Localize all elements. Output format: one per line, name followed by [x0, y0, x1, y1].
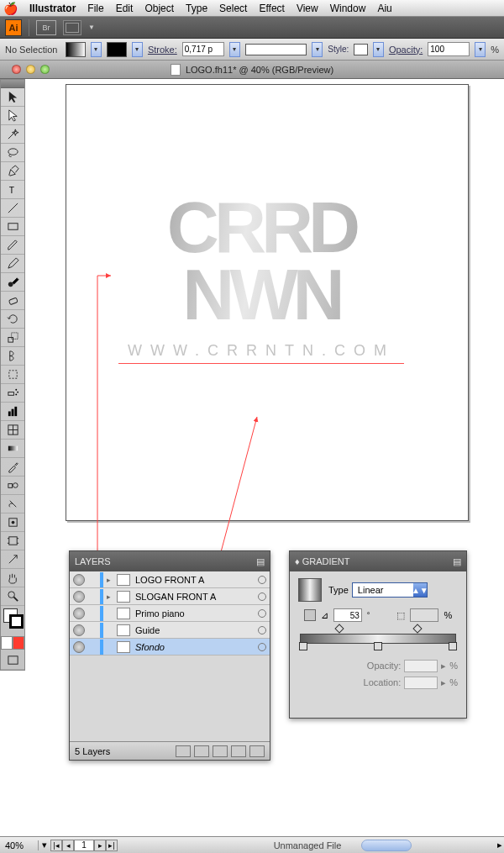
line-tool[interactable]	[1, 199, 24, 218]
stroke-dropdown[interactable]: ▾	[132, 42, 143, 57]
gradient-preview[interactable]	[298, 578, 322, 602]
free-transform-tool[interactable]	[1, 366, 24, 384]
column-graph-tool[interactable]	[1, 403, 24, 421]
live-paint-tool[interactable]	[1, 495, 24, 513]
visibility-toggle-icon[interactable]	[73, 624, 85, 636]
menu-object[interactable]: Object	[144, 3, 174, 14]
gradient-location-input[interactable]	[404, 677, 438, 689]
type-tool[interactable]: T	[1, 181, 24, 199]
stroke-weight-dropdown[interactable]: ▾	[229, 42, 240, 57]
expand-icon[interactable]: ▸	[107, 576, 113, 584]
lasso-tool[interactable]	[1, 144, 24, 162]
pencil-tool[interactable]	[1, 255, 24, 273]
menu-file[interactable]: File	[87, 3, 103, 14]
expand-icon[interactable]: ▸	[107, 592, 113, 601]
gradient-type-dropdown[interactable]: Linear ▲▼	[352, 582, 428, 598]
eraser-tool[interactable]	[1, 292, 24, 310]
eyedropper-tool[interactable]	[1, 458, 24, 477]
gradient-midpoint[interactable]	[334, 624, 344, 633]
apple-menu[interactable]: 🍎	[3, 3, 18, 14]
layer-name[interactable]: SLOGAN FRONT A	[134, 592, 255, 602]
layer-name[interactable]: Primo piano	[134, 608, 255, 619]
aspect-ratio-input[interactable]	[410, 608, 438, 622]
last-artboard-button[interactable]: ▸|	[106, 840, 118, 851]
menu-view[interactable]: View	[297, 3, 318, 14]
visibility-toggle-icon[interactable]	[73, 641, 85, 653]
brush-dropdown[interactable]: ▾	[312, 42, 323, 57]
selection-tool[interactable]	[1, 88, 24, 107]
menu-aiu[interactable]: Aiu	[377, 3, 391, 14]
blend-tool[interactable]	[1, 477, 24, 495]
new-layer-button[interactable]	[231, 745, 246, 757]
menu-effect[interactable]: Effect	[259, 3, 284, 14]
horizontal-scrollbar[interactable]	[361, 840, 412, 851]
layers-panel-header[interactable]: LAYERS ▤	[70, 551, 270, 571]
zoom-level[interactable]: 40%	[2, 840, 39, 850]
target-icon[interactable]	[258, 576, 266, 584]
gradient-panel-header[interactable]: ♦ GRADIENT ▤	[290, 551, 466, 571]
fill-dropdown[interactable]: ▾	[91, 42, 102, 57]
artboard-number-input[interactable]	[74, 840, 94, 851]
stroke-swatch[interactable]	[107, 42, 127, 57]
direct-selection-tool[interactable]	[1, 107, 24, 125]
stroke-weight-input[interactable]	[182, 42, 224, 56]
style-swatch[interactable]	[354, 44, 368, 55]
layer-name[interactable]: LOGO FRONT A	[134, 575, 255, 585]
style-dropdown[interactable]: ▾	[373, 42, 384, 57]
menu-select[interactable]: Select	[219, 3, 247, 14]
color-mode-gradient[interactable]	[13, 636, 24, 650]
visibility-toggle-icon[interactable]	[73, 591, 85, 603]
fill-swatch[interactable]	[66, 42, 86, 57]
zoom-tool[interactable]	[1, 587, 24, 606]
layer-name[interactable]: Sfondo	[134, 642, 255, 652]
opacity-dropdown[interactable]: ▾	[475, 42, 486, 57]
layer-row[interactable]: ▸ LOGO FRONT A	[70, 571, 270, 588]
slice-tool[interactable]	[1, 550, 24, 569]
gradient-stop[interactable]	[449, 642, 457, 650]
gradient-opacity-input[interactable]	[404, 660, 438, 672]
visibility-toggle-icon[interactable]	[73, 574, 85, 586]
blob-brush-tool[interactable]	[1, 273, 24, 292]
bridge-icon[interactable]: Br	[36, 20, 56, 35]
layer-row[interactable]: Sfondo	[70, 639, 270, 656]
illustrator-icon[interactable]: Ai	[5, 19, 22, 36]
gradient-tool[interactable]	[1, 440, 24, 458]
next-artboard-button[interactable]: ▸	[94, 840, 106, 851]
target-icon[interactable]	[258, 609, 266, 618]
first-artboard-button[interactable]: |◂	[50, 840, 62, 851]
stroke-box[interactable]	[9, 614, 24, 629]
gradient-ramp[interactable]	[300, 625, 456, 650]
color-mode-normal[interactable]	[1, 636, 13, 650]
gradient-stop[interactable]	[299, 642, 307, 650]
hand-tool[interactable]	[1, 569, 24, 587]
minimize-window-button[interactable]	[26, 65, 35, 74]
opacity-input[interactable]	[428, 42, 470, 56]
screen-mode-button[interactable]	[1, 651, 24, 670]
layer-name[interactable]: Guide	[134, 625, 255, 635]
visibility-toggle-icon[interactable]	[73, 608, 85, 619]
menu-type[interactable]: Type	[186, 3, 207, 14]
rectangle-tool[interactable]	[1, 218, 24, 236]
panel-menu-icon[interactable]: ▤	[256, 556, 265, 567]
create-sublayer-button[interactable]	[213, 745, 228, 757]
brush-swatch[interactable]	[245, 44, 307, 55]
target-icon[interactable]	[258, 626, 266, 634]
panel-grip[interactable]	[1, 80, 24, 88]
scale-tool[interactable]	[1, 329, 24, 347]
gradient-stop[interactable]	[374, 642, 382, 650]
target-icon[interactable]	[258, 643, 266, 651]
mesh-tool[interactable]	[1, 421, 24, 440]
layer-row[interactable]: Primo piano	[70, 605, 270, 622]
arrange-documents-icon[interactable]	[63, 20, 81, 35]
gradient-midpoint[interactable]	[412, 624, 422, 633]
symbol-sprayer-tool[interactable]	[1, 384, 24, 403]
app-menu[interactable]: Illustrator	[29, 3, 76, 14]
fill-stroke-control[interactable]	[1, 606, 24, 636]
live-paint-selection-tool[interactable]	[1, 513, 24, 532]
delete-layer-button[interactable]	[249, 745, 265, 757]
pen-tool[interactable]	[1, 162, 24, 181]
zoom-window-button[interactable]	[40, 65, 50, 74]
dropdown-icon[interactable]: ▲▼	[413, 583, 427, 597]
menu-window[interactable]: Window	[330, 3, 366, 14]
layer-row[interactable]: Guide	[70, 622, 270, 639]
